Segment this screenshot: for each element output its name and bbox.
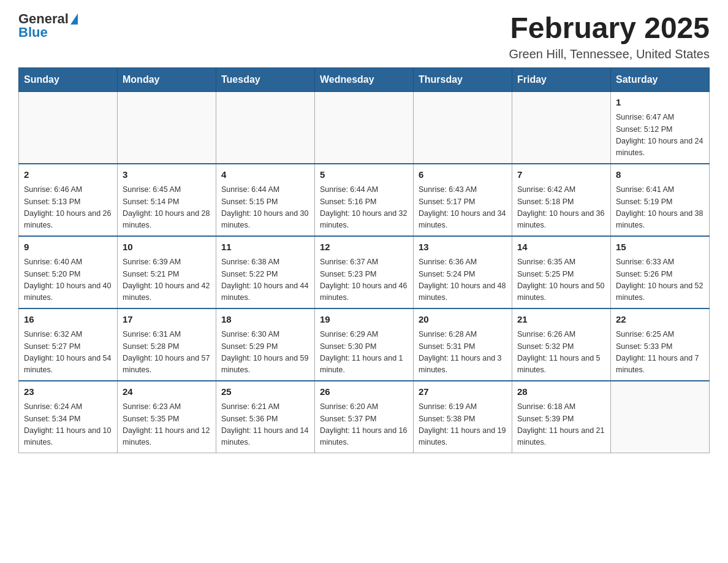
day-info: Sunrise: 6:36 AM Sunset: 5:24 PM Dayligh…: [419, 256, 507, 304]
calendar-cell: 25Sunrise: 6:21 AM Sunset: 5:36 PM Dayli…: [216, 381, 315, 453]
day-number: 26: [320, 385, 408, 399]
day-info: Sunrise: 6:46 AM Sunset: 5:13 PM Dayligh…: [24, 184, 112, 232]
day-number: 16: [24, 313, 112, 327]
day-info: Sunrise: 6:30 AM Sunset: 5:29 PM Dayligh…: [221, 329, 309, 377]
day-number: 9: [24, 240, 112, 255]
calendar-cell: [315, 91, 414, 164]
calendar-cell: 14Sunrise: 6:35 AM Sunset: 5:25 PM Dayli…: [512, 236, 611, 308]
calendar-cell: 11Sunrise: 6:38 AM Sunset: 5:22 PM Dayli…: [216, 236, 315, 308]
calendar-cell: 8Sunrise: 6:41 AM Sunset: 5:19 PM Daylig…: [611, 164, 710, 236]
day-info: Sunrise: 6:43 AM Sunset: 5:17 PM Dayligh…: [419, 184, 507, 232]
logo: General Blue: [18, 12, 78, 39]
weekday-header-monday: Monday: [118, 67, 216, 91]
day-number: 23: [24, 385, 112, 399]
calendar-cell: 22Sunrise: 6:25 AM Sunset: 5:33 PM Dayli…: [611, 308, 710, 381]
day-info: Sunrise: 6:23 AM Sunset: 5:35 PM Dayligh…: [123, 401, 211, 449]
day-number: 7: [517, 168, 605, 182]
calendar-cell: 28Sunrise: 6:18 AM Sunset: 5:39 PM Dayli…: [512, 381, 611, 453]
calendar-cell: 16Sunrise: 6:32 AM Sunset: 5:27 PM Dayli…: [19, 308, 118, 381]
day-info: Sunrise: 6:19 AM Sunset: 5:38 PM Dayligh…: [419, 401, 507, 449]
calendar-cell: 6Sunrise: 6:43 AM Sunset: 5:17 PM Daylig…: [414, 164, 512, 236]
calendar-cell: [216, 91, 315, 164]
day-info: Sunrise: 6:21 AM Sunset: 5:36 PM Dayligh…: [221, 401, 309, 449]
calendar-week-row: 9Sunrise: 6:40 AM Sunset: 5:20 PM Daylig…: [19, 236, 710, 308]
calendar-cell: 23Sunrise: 6:24 AM Sunset: 5:34 PM Dayli…: [19, 381, 118, 453]
calendar-cell: [19, 91, 118, 164]
calendar-week-row: 2Sunrise: 6:46 AM Sunset: 5:13 PM Daylig…: [19, 164, 710, 236]
calendar-cell: [512, 91, 611, 164]
day-number: 14: [517, 240, 605, 255]
day-info: Sunrise: 6:42 AM Sunset: 5:18 PM Dayligh…: [517, 184, 605, 232]
calendar-cell: 19Sunrise: 6:29 AM Sunset: 5:30 PM Dayli…: [315, 308, 414, 381]
day-number: 25: [221, 385, 309, 399]
day-info: Sunrise: 6:47 AM Sunset: 5:12 PM Dayligh…: [616, 112, 704, 159]
weekday-header-saturday: Saturday: [611, 67, 710, 91]
day-number: 12: [320, 240, 408, 255]
day-number: 3: [123, 168, 211, 182]
day-number: 20: [419, 313, 507, 327]
day-number: 4: [221, 168, 309, 182]
calendar-cell: 5Sunrise: 6:44 AM Sunset: 5:16 PM Daylig…: [315, 164, 414, 236]
day-info: Sunrise: 6:39 AM Sunset: 5:21 PM Dayligh…: [123, 256, 211, 304]
day-number: 17: [123, 313, 211, 327]
weekday-header-tuesday: Tuesday: [216, 67, 315, 91]
calendar-cell: [611, 381, 710, 453]
day-info: Sunrise: 6:24 AM Sunset: 5:34 PM Dayligh…: [24, 401, 112, 449]
day-info: Sunrise: 6:26 AM Sunset: 5:32 PM Dayligh…: [517, 329, 605, 377]
calendar-header-row: SundayMondayTuesdayWednesdayThursdayFrid…: [19, 67, 710, 91]
calendar-week-row: 16Sunrise: 6:32 AM Sunset: 5:27 PM Dayli…: [19, 308, 710, 381]
day-info: Sunrise: 6:31 AM Sunset: 5:28 PM Dayligh…: [123, 329, 211, 377]
calendar-week-row: 23Sunrise: 6:24 AM Sunset: 5:34 PM Dayli…: [19, 381, 710, 453]
day-info: Sunrise: 6:37 AM Sunset: 5:23 PM Dayligh…: [320, 256, 408, 304]
day-number: 1: [616, 96, 704, 110]
day-number: 24: [123, 385, 211, 399]
calendar-cell: 1Sunrise: 6:47 AM Sunset: 5:12 PM Daylig…: [611, 91, 710, 164]
day-info: Sunrise: 6:20 AM Sunset: 5:37 PM Dayligh…: [320, 401, 408, 449]
calendar-cell: 10Sunrise: 6:39 AM Sunset: 5:21 PM Dayli…: [118, 236, 216, 308]
calendar-cell: 13Sunrise: 6:36 AM Sunset: 5:24 PM Dayli…: [414, 236, 512, 308]
logo-general-text: General: [18, 12, 69, 26]
calendar-cell: 12Sunrise: 6:37 AM Sunset: 5:23 PM Dayli…: [315, 236, 414, 308]
calendar-cell: [414, 91, 512, 164]
calendar-cell: 15Sunrise: 6:33 AM Sunset: 5:26 PM Dayli…: [611, 236, 710, 308]
day-info: Sunrise: 6:35 AM Sunset: 5:25 PM Dayligh…: [517, 256, 605, 304]
day-info: Sunrise: 6:41 AM Sunset: 5:19 PM Dayligh…: [616, 184, 704, 232]
page-title: February 2025: [509, 12, 710, 45]
day-number: 15: [616, 240, 704, 255]
calendar-cell: 26Sunrise: 6:20 AM Sunset: 5:37 PM Dayli…: [315, 381, 414, 453]
calendar-cell: 9Sunrise: 6:40 AM Sunset: 5:20 PM Daylig…: [19, 236, 118, 308]
calendar-cell: 20Sunrise: 6:28 AM Sunset: 5:31 PM Dayli…: [414, 308, 512, 381]
day-number: 19: [320, 313, 408, 327]
day-info: Sunrise: 6:18 AM Sunset: 5:39 PM Dayligh…: [517, 401, 605, 449]
day-number: 2: [24, 168, 112, 182]
calendar-cell: 27Sunrise: 6:19 AM Sunset: 5:38 PM Dayli…: [414, 381, 512, 453]
calendar-cell: 4Sunrise: 6:44 AM Sunset: 5:15 PM Daylig…: [216, 164, 315, 236]
calendar-cell: 7Sunrise: 6:42 AM Sunset: 5:18 PM Daylig…: [512, 164, 611, 236]
day-number: 13: [419, 240, 507, 255]
calendar-cell: 3Sunrise: 6:45 AM Sunset: 5:14 PM Daylig…: [118, 164, 216, 236]
day-info: Sunrise: 6:40 AM Sunset: 5:20 PM Dayligh…: [24, 256, 112, 304]
calendar-week-row: 1Sunrise: 6:47 AM Sunset: 5:12 PM Daylig…: [19, 91, 710, 164]
day-number: 18: [221, 313, 309, 327]
day-number: 5: [320, 168, 408, 182]
title-block: February 2025 Green Hill, Tennessee, Uni…: [509, 12, 710, 61]
calendar-table: SundayMondayTuesdayWednesdayThursdayFrid…: [18, 67, 710, 453]
weekday-header-wednesday: Wednesday: [315, 67, 414, 91]
weekday-header-friday: Friday: [512, 67, 611, 91]
calendar-cell: 18Sunrise: 6:30 AM Sunset: 5:29 PM Dayli…: [216, 308, 315, 381]
logo-blue-text: Blue: [18, 26, 48, 39]
page-header: General Blue February 2025 Green Hill, T…: [18, 12, 710, 61]
logo-triangle-icon: [70, 13, 78, 25]
calendar-cell: [118, 91, 216, 164]
day-info: Sunrise: 6:29 AM Sunset: 5:30 PM Dayligh…: [320, 329, 408, 377]
day-info: Sunrise: 6:33 AM Sunset: 5:26 PM Dayligh…: [616, 256, 704, 304]
day-number: 27: [419, 385, 507, 399]
calendar-cell: 21Sunrise: 6:26 AM Sunset: 5:32 PM Dayli…: [512, 308, 611, 381]
day-number: 28: [517, 385, 605, 399]
day-number: 11: [221, 240, 309, 255]
calendar-cell: 2Sunrise: 6:46 AM Sunset: 5:13 PM Daylig…: [19, 164, 118, 236]
weekday-header-sunday: Sunday: [19, 67, 118, 91]
day-info: Sunrise: 6:38 AM Sunset: 5:22 PM Dayligh…: [221, 256, 309, 304]
weekday-header-thursday: Thursday: [414, 67, 512, 91]
calendar-cell: 17Sunrise: 6:31 AM Sunset: 5:28 PM Dayli…: [118, 308, 216, 381]
